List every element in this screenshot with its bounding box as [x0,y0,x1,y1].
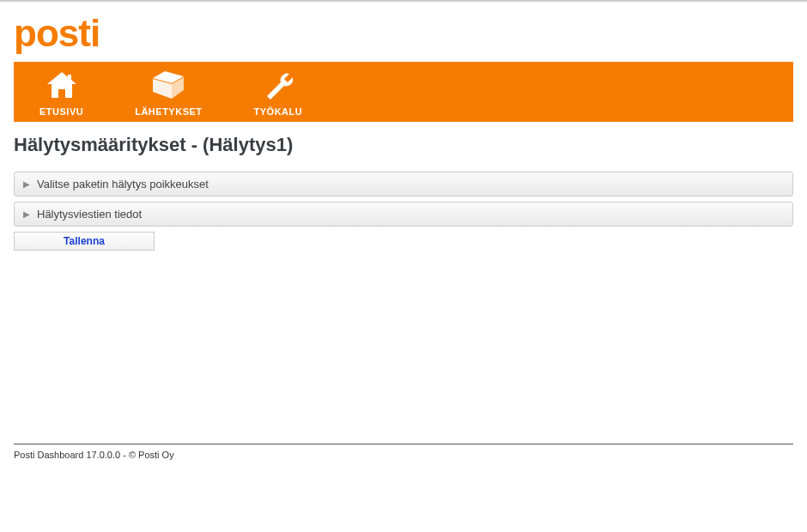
content-area: Hälytysmääritykset - (Hälytys1) ▶ Valits… [0,122,807,263]
nav-label: LÄHETYKSET [135,106,202,117]
footer-divider [14,444,793,444]
logo-text: posti [14,12,100,54]
nav-label: ETUSIVU [39,106,83,117]
accordion-label: Valitse paketin hälytys poikkeukset [37,178,209,190]
footer-text: Posti Dashboard 17.0.0.0 - © Posti Oy [14,450,793,460]
nav-label: TYÖKALU [254,106,303,117]
svg-marker-0 [47,72,76,98]
main-nav: ETUSIVU LÄHETYKSET TYÖKALU [14,62,793,122]
caret-right-icon: ▶ [23,179,30,189]
home-icon [47,69,76,101]
page-title: Hälytysmääritykset - (Hälytys1) [14,134,793,156]
nav-item-etusivu[interactable]: ETUSIVU [14,69,109,117]
svg-rect-1 [68,75,71,82]
nav-item-lahetykset[interactable]: LÄHETYKSET [109,69,228,117]
nav-item-tyokalu[interactable]: TYÖKALU [228,69,329,117]
accordion-message-info[interactable]: ▶ Hälytysviestien tiedot [14,202,793,227]
posti-logo: posti [14,12,100,55]
logo-bar: posti [0,2,807,62]
wrench-icon [264,69,293,101]
box-icon [153,69,184,101]
accordion-label: Hälytysviestien tiedot [37,208,142,221]
accordion-exceptions[interactable]: ▶ Valitse paketin hälytys poikkeukset [14,172,793,196]
footer: Posti Dashboard 17.0.0.0 - © Posti Oy [14,444,793,460]
save-button[interactable]: Tallenna [14,232,155,251]
caret-right-icon: ▶ [23,209,30,219]
